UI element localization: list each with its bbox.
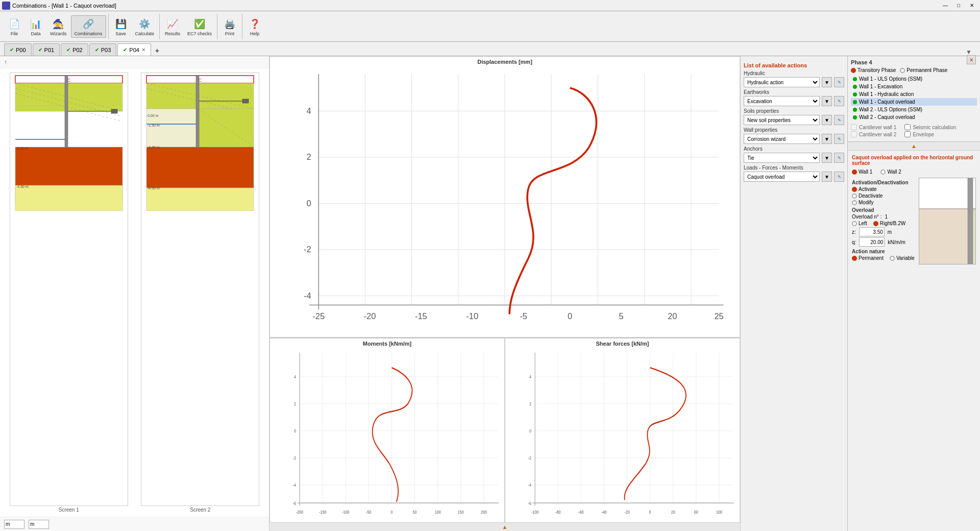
soils-select[interactable]: New soil properties [744, 115, 820, 125]
svg-text:-4.50 m: -4.50 m [148, 186, 160, 190]
svg-text:-5: -5 [520, 311, 527, 321]
toolbar-results-label: Results [165, 31, 180, 36]
tab-p04[interactable]: ✔ P04 ✕ [117, 43, 151, 56]
cantilever-1-checkbox[interactable] [851, 124, 857, 130]
q-input[interactable] [859, 237, 885, 247]
phase-item-4[interactable]: Wall 1 - Caquot overload [851, 98, 977, 106]
soils-dropdown-btn[interactable]: ▼ [822, 115, 832, 125]
bottom-charts-row: Moments [kNm/m] [270, 338, 740, 523]
anchors-dropdown-btn[interactable]: ▼ [822, 153, 832, 163]
hydraulic-select[interactable]: Hydraulic action [744, 77, 820, 87]
charts-collapse[interactable]: ▲ [270, 523, 740, 531]
svg-text:2: 2 [306, 152, 311, 161]
svg-text:-150: -150 [319, 509, 327, 515]
wall-2-radio-item[interactable]: Wall 2 [880, 169, 901, 175]
permanent-action-radio-item[interactable]: Permanent [852, 255, 884, 261]
tab-bar-dropdown[interactable]: ▼ [966, 49, 972, 56]
phase-item-3[interactable]: Wall 1 - Hydraulic action [851, 90, 977, 98]
svg-text:-2: -2 [304, 245, 311, 254]
hydraulic-edit-btn[interactable]: ✎ [834, 77, 844, 87]
overload-number-value: 1 [885, 214, 888, 220]
toolbar-file[interactable]: 📄 File [4, 16, 24, 37]
svg-text:0: 0 [568, 311, 572, 321]
anchors-edit-btn[interactable]: ✎ [834, 153, 844, 163]
tab-p00[interactable]: ✔ P00 [4, 43, 32, 56]
toolbar-print[interactable]: 🖨️ Print [219, 16, 240, 37]
wall-1-radio [852, 170, 857, 175]
envelope-checkbox[interactable] [904, 131, 911, 137]
caquot-section: Caquot overload applied on the horizonta… [848, 150, 980, 269]
soils-edit-btn[interactable]: ✎ [834, 115, 844, 125]
toolbar-results[interactable]: 📈 Results [162, 16, 183, 37]
unit-input-1[interactable] [4, 520, 24, 529]
toolbar-combinations[interactable]: 🔗 Combinations [71, 15, 106, 38]
left-radio-item[interactable]: Left [852, 221, 867, 226]
phase-close-button[interactable]: ✕ [967, 56, 976, 64]
tab-p04-close[interactable]: ✕ [141, 47, 145, 53]
earthworks-select[interactable]: Excavation [744, 96, 820, 106]
loads-select[interactable]: Caquot overload [744, 172, 820, 182]
up-arrow-icon[interactable]: ↑ [4, 59, 7, 66]
toolbar-ec7[interactable]: ✅ EC7 checks [184, 16, 215, 37]
tab-p03[interactable]: ✔ P03 [89, 43, 117, 56]
svg-text:20: 20 [671, 509, 675, 515]
overload-title: Overload [852, 207, 915, 213]
phase-item-2[interactable]: Wall 1 - Excavation [851, 83, 977, 90]
anchors-select[interactable]: Tie [744, 153, 820, 163]
tab-p01[interactable]: ✔ P01 [33, 43, 60, 56]
right-collapse-arrow[interactable]: ▲ [848, 142, 980, 150]
variable-action-radio-item[interactable]: Variable [890, 255, 915, 261]
tab-add-button[interactable]: + [152, 45, 162, 56]
permanent-action-radio [852, 256, 857, 261]
activate-radio-item[interactable]: Activate [852, 186, 877, 192]
unit-input-2[interactable] [29, 520, 49, 529]
toolbar-calculate[interactable]: ⚙️ Calculate [132, 16, 158, 37]
svg-text:-50: -50 [366, 509, 372, 515]
earthworks-row: Excavation ▼ ✎ [744, 96, 844, 106]
toolbar-help[interactable]: ❓ Help [244, 16, 265, 37]
close-button[interactable]: ✕ [966, 2, 978, 10]
cantilever-2-checkbox[interactable] [851, 131, 857, 137]
anchors-row: Tie ▼ ✎ [744, 153, 844, 163]
z-input[interactable] [859, 227, 885, 236]
right-radio-item[interactable]: Right/B.2W [873, 221, 906, 226]
earthworks-dropdown-btn[interactable]: ▼ [822, 96, 832, 106]
file-icon: 📄 [7, 17, 21, 31]
phase-item-5[interactable]: Wall 2 - ULS Options (SSM) [851, 106, 977, 113]
variable-action-radio [890, 256, 895, 261]
toolbar-save-label: Save [115, 31, 126, 36]
earthworks-label: Earthworks [744, 89, 844, 95]
wall-props-select[interactable]: Corrosion wizard [744, 134, 820, 144]
toolbar-wizards[interactable]: 🧙 Wizards [47, 16, 70, 37]
main-area: ↑ C [0, 56, 980, 531]
phase-item-6-label: Wall 2 - Caquot overload [859, 114, 915, 120]
transitory-phase-tab[interactable]: Transitory Phase [851, 67, 896, 73]
phase-item-2-dot [853, 85, 857, 89]
deactivate-radio-item[interactable]: Deactivate [852, 193, 883, 199]
permanent-phase-tab[interactable]: Permanent Phase [900, 67, 947, 73]
phase-item-1[interactable]: Wall 1 - ULS Options (SSM) [851, 75, 977, 83]
wall-1-radio-item[interactable]: Wall 1 [852, 169, 872, 175]
earthworks-edit-btn[interactable]: ✎ [834, 96, 844, 106]
tab-p02[interactable]: ✔ P02 [61, 43, 88, 56]
available-actions-title: List of available actions [744, 62, 844, 68]
caquot-diagram: q [919, 178, 976, 264]
wall-props-dropdown-btn[interactable]: ▼ [822, 134, 832, 144]
transitory-radio [851, 68, 856, 73]
loads-dropdown-btn[interactable]: ▼ [822, 172, 832, 182]
hydraulic-dropdown-btn[interactable]: ▼ [822, 77, 832, 87]
z-row: z: m [852, 227, 915, 236]
toolbar-data[interactable]: 📊 Data [26, 16, 46, 37]
phase-item-6-dot [853, 115, 857, 119]
minimize-button[interactable]: — [939, 2, 951, 10]
maximize-button[interactable]: □ [952, 2, 965, 10]
svg-text:0.00 m: 0.00 m [148, 114, 159, 117]
wall-props-edit-btn[interactable]: ✎ [834, 134, 844, 144]
moments-title: Moments [kNm/m] [272, 341, 502, 347]
phase-item-6[interactable]: Wall 2 - Caquot overload [851, 113, 977, 121]
modify-radio-item[interactable]: Modify [852, 200, 873, 205]
loads-edit-btn[interactable]: ✎ [834, 172, 844, 182]
seismic-checkbox[interactable] [904, 124, 911, 130]
phase-item-5-label: Wall 2 - ULS Options (SSM) [859, 107, 922, 112]
toolbar-save[interactable]: 💾 Save [111, 16, 131, 37]
